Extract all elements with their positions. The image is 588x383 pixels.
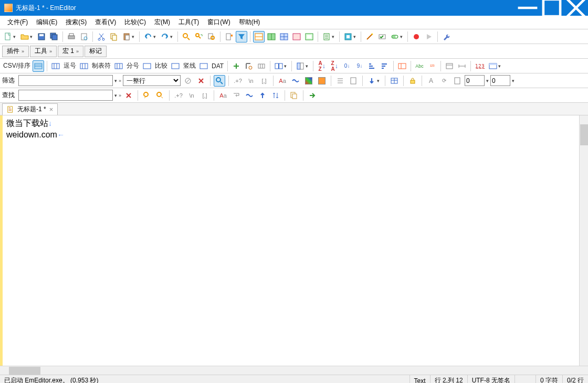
menu-compare[interactable]: 比较(C) xyxy=(120,16,150,28)
menu-search[interactable]: 搜索(S) xyxy=(61,16,91,28)
copy-button[interactable] xyxy=(108,31,120,42)
csv-tab-button[interactable] xyxy=(78,60,90,72)
filter-font-a-button[interactable]: A xyxy=(425,75,437,87)
close-button[interactable] xyxy=(564,0,588,16)
sort-az-button[interactable]: AZ↓ xyxy=(316,60,328,72)
csv-compare-button[interactable] xyxy=(141,60,153,72)
save-button[interactable] xyxy=(36,31,47,42)
filter-list-button[interactable] xyxy=(334,75,346,87)
paste-button[interactable]: ▾ xyxy=(121,31,136,42)
filter-input[interactable] xyxy=(18,75,113,86)
filter-dd[interactable]: ▾ xyxy=(114,78,117,83)
wrench-button[interactable] xyxy=(440,31,452,42)
filter-down-button[interactable]: ▾ xyxy=(366,75,382,87)
menu-edit[interactable]: 编辑(E) xyxy=(32,16,61,28)
mark-abc-button[interactable]: Abc xyxy=(414,60,425,72)
plugins-button[interactable]: ▾ xyxy=(342,31,358,42)
filter-wavy-button[interactable] xyxy=(290,75,301,87)
table-style-button[interactable]: ▾ xyxy=(487,60,503,72)
filter-button[interactable] xyxy=(236,31,247,42)
replace-button[interactable] xyxy=(193,31,205,42)
filter-color2-button[interactable] xyxy=(316,75,328,87)
wand-button[interactable] xyxy=(364,31,375,42)
find-close-button[interactable] xyxy=(123,90,134,101)
find-dd[interactable]: ▾ xyxy=(114,93,117,98)
layout-grid-button[interactable] xyxy=(278,31,290,42)
menu-help[interactable]: 帮助(H) xyxy=(235,16,265,28)
filter-brackets-button[interactable]: [,] xyxy=(258,75,270,87)
csv-dat-button[interactable] xyxy=(198,60,209,72)
filter-table-button[interactable] xyxy=(388,75,400,87)
find-button[interactable] xyxy=(181,31,192,42)
doc-tab-close[interactable]: × xyxy=(49,105,54,113)
print-button[interactable] xyxy=(66,31,77,42)
csv-semi-button[interactable] xyxy=(113,60,124,72)
menu-macro[interactable]: 宏(M) xyxy=(150,16,174,28)
split-cols-button[interactable]: ▾ xyxy=(273,60,289,72)
redo-button[interactable]: ▾ xyxy=(159,31,175,42)
find-more[interactable]: » xyxy=(119,93,121,98)
find-alldocs-button[interactable] xyxy=(288,90,300,101)
find-input[interactable] xyxy=(18,90,113,101)
layout-h-button[interactable] xyxy=(253,31,265,42)
filter-case-button[interactable]: Aa xyxy=(277,75,288,87)
save-all-button[interactable] xyxy=(48,31,60,42)
freeze-button[interactable]: ▾ xyxy=(295,60,310,72)
record-macro-button[interactable] xyxy=(411,31,422,42)
filter-auto-button[interactable]: ⟳ xyxy=(438,75,450,87)
find-wrap-button[interactable] xyxy=(230,90,242,101)
sort-len-d-button[interactable] xyxy=(379,60,391,72)
find-word-button[interactable] xyxy=(244,90,255,101)
vertical-scrollbar[interactable] xyxy=(579,115,588,366)
tb-tools[interactable]: 工具» xyxy=(30,46,57,57)
cut-button[interactable] xyxy=(96,31,107,42)
play-macro-button[interactable] xyxy=(423,31,435,42)
filter-zoom-button[interactable] xyxy=(214,75,225,87)
col-fit-button[interactable] xyxy=(444,60,455,72)
find-case-button[interactable]: Aa xyxy=(217,90,229,101)
minimize-button[interactable] xyxy=(516,0,540,16)
sort-za-button[interactable]: ZA↓ xyxy=(329,60,340,72)
filter-lock-button[interactable] xyxy=(407,75,418,87)
find-regex-button[interactable]: .+? xyxy=(173,90,184,101)
menu-tools[interactable]: 工具(T) xyxy=(174,16,203,28)
menu-window[interactable]: 窗口(W) xyxy=(203,16,234,28)
bookmarks-button[interactable] xyxy=(223,31,235,42)
undo-button[interactable]: ▾ xyxy=(142,31,158,42)
sort-numa-button[interactable]: 0↓ xyxy=(341,60,353,72)
editor-content[interactable]: 微当下载站↓ weidown.com← xyxy=(0,115,588,141)
layout-v-button[interactable] xyxy=(266,31,277,42)
find-brackets-button[interactable]: [,] xyxy=(199,90,211,101)
num-format-button[interactable]: 1̲2̲3̲ xyxy=(474,60,486,72)
col-tools-button[interactable] xyxy=(243,60,255,72)
new-file-button[interactable]: ▾ xyxy=(2,31,18,42)
tb-plugins[interactable]: 插件» xyxy=(2,46,29,57)
find-go-button[interactable] xyxy=(307,90,318,101)
filter-color-button[interactable] xyxy=(303,75,314,87)
mark-123-button[interactable]: ¹²³ xyxy=(426,60,438,72)
sort-len-a-button[interactable] xyxy=(366,60,378,72)
filter-regex-button[interactable]: .+? xyxy=(232,75,244,87)
find-in-files-button[interactable] xyxy=(206,31,217,42)
layout-single-button[interactable] xyxy=(291,31,302,42)
filter-doc-button[interactable] xyxy=(348,75,359,87)
properties-button[interactable]: ▾ xyxy=(321,31,337,42)
doc-tab-1[interactable]: 无标题-1 * × xyxy=(2,103,58,115)
status-mode[interactable]: Text xyxy=(410,375,430,383)
horizontal-scrollbar[interactable] xyxy=(0,366,588,375)
print-preview-button[interactable] xyxy=(78,31,90,42)
csv-vline-button[interactable] xyxy=(170,60,181,72)
col-width-button[interactable] xyxy=(456,60,468,72)
toggle-button[interactable]: ▾ xyxy=(389,31,405,42)
check-button[interactable] xyxy=(376,31,388,42)
csv-comma-button[interactable] xyxy=(50,60,61,72)
find-up-button[interactable] xyxy=(257,90,268,101)
editor-area[interactable]: 微当下载站↓ weidown.com← xyxy=(0,115,588,375)
csv-none-button[interactable] xyxy=(33,60,44,72)
add-col-button[interactable] xyxy=(230,60,242,72)
tb-macro1[interactable]: 宏 1» xyxy=(58,46,83,57)
maximize-button[interactable] xyxy=(540,0,564,16)
sort-numd-button[interactable]: 9↓ xyxy=(354,60,365,72)
tb-markers[interactable]: 标记 xyxy=(85,46,107,57)
sort-multi-button[interactable] xyxy=(396,60,408,72)
